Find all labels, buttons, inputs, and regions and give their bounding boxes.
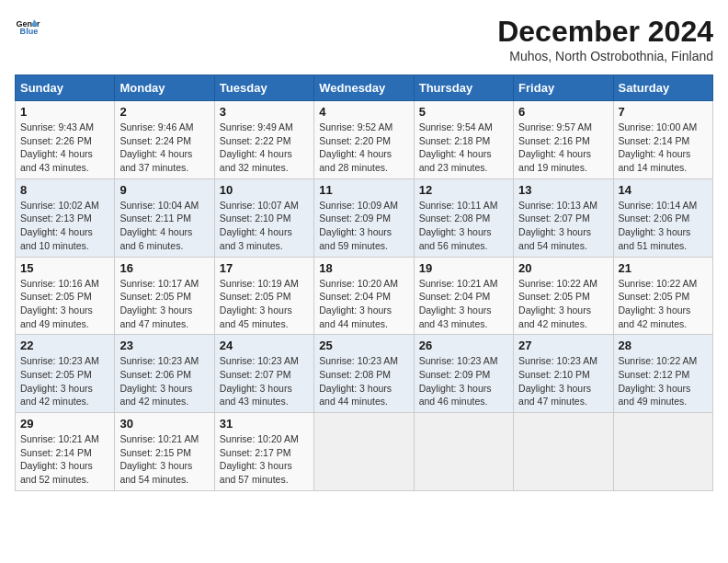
day-detail: Sunrise: 10:13 AM Sunset: 2:07 PM Daylig…	[518, 199, 608, 253]
day-detail: Sunrise: 10:20 AM Sunset: 2:17 PM Daylig…	[220, 432, 309, 487]
day-detail: Sunrise: 10:23 AM Sunset: 2:08 PM Daylig…	[319, 354, 408, 408]
day-detail: Sunrise: 10:22 AM Sunset: 2:05 PM Daylig…	[518, 277, 608, 331]
calendar-cell: 9Sunrise: 10:04 AM Sunset: 2:11 PM Dayli…	[115, 178, 214, 257]
day-detail: Sunrise: 10:22 AM Sunset: 2:12 PM Daylig…	[619, 354, 708, 408]
calendar-table: SundayMondayTuesdayWednesdayThursdayFrid…	[15, 75, 713, 491]
weekday-monday: Monday	[115, 75, 214, 101]
day-detail: Sunrise: 10:21 AM Sunset: 2:14 PM Daylig…	[20, 432, 109, 487]
day-number: 20	[518, 261, 608, 275]
calendar-cell: 22Sunrise: 10:23 AM Sunset: 2:05 PM Dayl…	[16, 335, 115, 413]
day-number: 15	[20, 261, 109, 275]
day-number: 17	[220, 261, 309, 275]
day-detail: Sunrise: 9:43 AM Sunset: 2:26 PM Dayligh…	[20, 121, 109, 175]
week-row-5: 29Sunrise: 10:21 AM Sunset: 2:14 PM Dayl…	[16, 413, 713, 491]
title-block: December 2024 Muhos, North Ostrobothnia,…	[497, 15, 713, 63]
day-detail: Sunrise: 10:23 AM Sunset: 2:06 PM Daylig…	[119, 354, 209, 408]
logo-icon: General Blue	[15, 15, 40, 40]
day-detail: Sunrise: 10:20 AM Sunset: 2:04 PM Daylig…	[319, 277, 408, 331]
logo: General Blue	[15, 15, 40, 40]
day-number: 2	[119, 105, 209, 119]
calendar-cell	[414, 413, 513, 491]
day-number: 14	[619, 183, 708, 197]
calendar-cell: 14Sunrise: 10:14 AM Sunset: 2:06 PM Dayl…	[613, 178, 712, 257]
calendar-cell: 3Sunrise: 9:49 AM Sunset: 2:22 PM Daylig…	[214, 101, 313, 179]
day-detail: Sunrise: 10:19 AM Sunset: 2:05 PM Daylig…	[220, 277, 309, 331]
day-number: 10	[220, 183, 309, 197]
day-number: 22	[20, 339, 109, 352]
calendar-cell: 6Sunrise: 9:57 AM Sunset: 2:16 PM Daylig…	[514, 101, 613, 179]
day-detail: Sunrise: 10:07 AM Sunset: 2:10 PM Daylig…	[220, 199, 309, 253]
calendar-cell: 28Sunrise: 10:22 AM Sunset: 2:12 PM Dayl…	[613, 335, 712, 413]
day-number: 5	[419, 105, 508, 119]
calendar-cell: 31Sunrise: 10:20 AM Sunset: 2:17 PM Dayl…	[214, 413, 313, 491]
week-row-3: 15Sunrise: 10:16 AM Sunset: 2:05 PM Dayl…	[16, 257, 713, 335]
day-detail: Sunrise: 10:09 AM Sunset: 2:09 PM Daylig…	[319, 199, 408, 253]
day-detail: Sunrise: 9:52 AM Sunset: 2:20 PM Dayligh…	[319, 121, 408, 175]
calendar-cell: 16Sunrise: 10:17 AM Sunset: 2:05 PM Dayl…	[115, 257, 214, 335]
calendar-cell: 21Sunrise: 10:22 AM Sunset: 2:05 PM Dayl…	[613, 257, 712, 335]
weekday-wednesday: Wednesday	[314, 75, 414, 101]
day-detail: Sunrise: 10:23 AM Sunset: 2:10 PM Daylig…	[518, 354, 608, 408]
calendar-cell: 15Sunrise: 10:16 AM Sunset: 2:05 PM Dayl…	[16, 257, 115, 335]
calendar-cell: 12Sunrise: 10:11 AM Sunset: 2:08 PM Dayl…	[414, 178, 513, 257]
day-detail: Sunrise: 10:21 AM Sunset: 2:15 PM Daylig…	[119, 432, 209, 487]
weekday-header-row: SundayMondayTuesdayWednesdayThursdayFrid…	[16, 75, 713, 101]
calendar-cell: 24Sunrise: 10:23 AM Sunset: 2:07 PM Dayl…	[214, 335, 313, 413]
day-detail: Sunrise: 9:57 AM Sunset: 2:16 PM Dayligh…	[518, 121, 608, 175]
calendar-cell	[613, 413, 712, 491]
calendar-cell: 17Sunrise: 10:19 AM Sunset: 2:05 PM Dayl…	[214, 257, 313, 335]
day-number: 23	[119, 339, 209, 352]
calendar-cell: 1Sunrise: 9:43 AM Sunset: 2:26 PM Daylig…	[16, 101, 115, 179]
weekday-saturday: Saturday	[613, 75, 712, 101]
calendar-cell: 26Sunrise: 10:23 AM Sunset: 2:09 PM Dayl…	[414, 335, 513, 413]
day-detail: Sunrise: 10:04 AM Sunset: 2:11 PM Daylig…	[119, 199, 209, 253]
day-number: 9	[119, 183, 209, 197]
calendar-cell: 2Sunrise: 9:46 AM Sunset: 2:24 PM Daylig…	[115, 101, 214, 179]
location-subtitle: Muhos, North Ostrobothnia, Finland	[497, 49, 713, 63]
weekday-sunday: Sunday	[16, 75, 115, 101]
day-number: 6	[518, 105, 608, 119]
day-number: 11	[319, 183, 408, 197]
day-number: 29	[20, 417, 109, 431]
day-detail: Sunrise: 10:00 AM Sunset: 2:14 PM Daylig…	[619, 121, 708, 175]
day-detail: Sunrise: 10:16 AM Sunset: 2:05 PM Daylig…	[20, 277, 109, 331]
day-number: 26	[419, 339, 508, 352]
week-row-1: 1Sunrise: 9:43 AM Sunset: 2:26 PM Daylig…	[16, 101, 713, 179]
day-detail: Sunrise: 10:23 AM Sunset: 2:07 PM Daylig…	[220, 354, 309, 408]
calendar-cell: 20Sunrise: 10:22 AM Sunset: 2:05 PM Dayl…	[514, 257, 613, 335]
calendar-cell: 4Sunrise: 9:52 AM Sunset: 2:20 PM Daylig…	[314, 101, 414, 179]
day-number: 18	[319, 261, 408, 275]
day-number: 12	[419, 183, 508, 197]
day-detail: Sunrise: 9:49 AM Sunset: 2:22 PM Dayligh…	[220, 121, 309, 175]
day-detail: Sunrise: 10:11 AM Sunset: 2:08 PM Daylig…	[419, 199, 508, 253]
day-number: 21	[619, 261, 708, 275]
calendar-cell: 5Sunrise: 9:54 AM Sunset: 2:18 PM Daylig…	[414, 101, 513, 179]
day-detail: Sunrise: 10:14 AM Sunset: 2:06 PM Daylig…	[619, 199, 708, 253]
weekday-tuesday: Tuesday	[214, 75, 313, 101]
calendar-cell	[314, 413, 414, 491]
day-detail: Sunrise: 10:22 AM Sunset: 2:05 PM Daylig…	[619, 277, 708, 331]
day-number: 19	[419, 261, 508, 275]
day-number: 31	[220, 417, 309, 431]
day-number: 8	[20, 183, 109, 197]
day-number: 1	[20, 105, 109, 119]
day-number: 3	[220, 105, 309, 119]
calendar-body: 1Sunrise: 9:43 AM Sunset: 2:26 PM Daylig…	[16, 101, 713, 491]
page-header: General Blue December 2024 Muhos, North …	[15, 15, 713, 63]
day-number: 13	[518, 183, 608, 197]
calendar-cell: 8Sunrise: 10:02 AM Sunset: 2:13 PM Dayli…	[16, 178, 115, 257]
day-number: 27	[518, 339, 608, 352]
week-row-2: 8Sunrise: 10:02 AM Sunset: 2:13 PM Dayli…	[16, 178, 713, 257]
day-number: 7	[619, 105, 708, 119]
day-number: 24	[220, 339, 309, 352]
calendar-cell: 29Sunrise: 10:21 AM Sunset: 2:14 PM Dayl…	[16, 413, 115, 491]
calendar-cell: 23Sunrise: 10:23 AM Sunset: 2:06 PM Dayl…	[115, 335, 214, 413]
day-detail: Sunrise: 10:17 AM Sunset: 2:05 PM Daylig…	[119, 277, 209, 331]
svg-text:Blue: Blue	[20, 27, 39, 36]
weekday-thursday: Thursday	[414, 75, 513, 101]
day-detail: Sunrise: 10:23 AM Sunset: 2:09 PM Daylig…	[419, 354, 508, 408]
day-number: 25	[319, 339, 408, 352]
calendar-cell: 30Sunrise: 10:21 AM Sunset: 2:15 PM Dayl…	[115, 413, 214, 491]
calendar-cell	[514, 413, 613, 491]
calendar-cell: 7Sunrise: 10:00 AM Sunset: 2:14 PM Dayli…	[613, 101, 712, 179]
